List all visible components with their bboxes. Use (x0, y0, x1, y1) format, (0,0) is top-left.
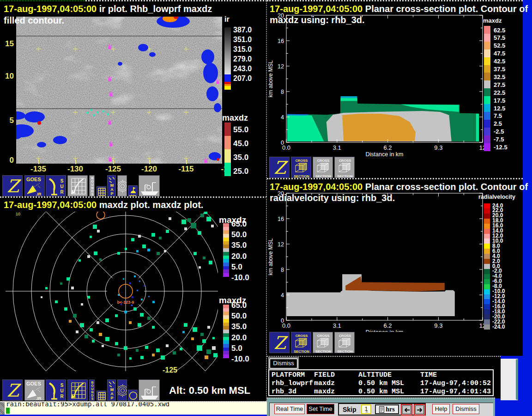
buoy-icon (128, 186, 138, 196)
radar-echo (169, 217, 171, 220)
toolbar-goes-ir-button[interactable]: GOES.IR (24, 175, 45, 196)
radar-echo (151, 233, 155, 237)
colorbar-label: 32.5 (494, 73, 505, 80)
radar-echo (161, 355, 165, 360)
toolbar-map-button[interactable]: MAP (107, 175, 116, 196)
toolbar-radar-grid-button[interactable] (67, 175, 88, 196)
svg-text:CROSS: CROSS (317, 334, 330, 338)
svg-text:9.3: 9.3 (434, 322, 442, 329)
colorbar-segment (223, 355, 229, 358)
radar-echo (197, 345, 202, 351)
svg-text:S: S (91, 193, 94, 196)
toolbar-zebra-button[interactable]: Z (2, 175, 23, 196)
svg-text:U: U (60, 184, 63, 189)
colorbar-segment (484, 120, 490, 128)
toolbar-grid-small-button[interactable] (97, 186, 106, 196)
toolbar-cross-section-button[interactable]: CROSSSECTION (313, 157, 333, 178)
real-time-button[interactable]: Real Time (274, 404, 305, 414)
toolbar-map-button[interactable]: MAP (107, 379, 116, 401)
svg-text:D: D (91, 394, 93, 397)
svg-text:S: S (91, 397, 94, 400)
grid-small-icon (97, 391, 106, 401)
toolbar-bounds-button[interactable]: BOUNDS (89, 175, 95, 196)
x-axis-label: -135 (24, 165, 52, 174)
svg-text:3.1: 3.1 (333, 322, 341, 329)
toolbar-buoy-button[interactable] (128, 185, 138, 196)
toolbar-zebra-button[interactable]: Z (269, 332, 290, 353)
grid-small-icon (97, 187, 106, 196)
svg-text:CROSS: CROSS (339, 334, 351, 338)
maxdz-colorbar-label: 55.0 (233, 125, 248, 135)
terminal-scrollbar[interactable] (0, 402, 5, 415)
zebra-icon: Z (3, 176, 23, 196)
colorbar-label: 7.5 (494, 112, 502, 119)
toolbar-cross-section-button[interactable]: CROSSSECTION (291, 332, 311, 353)
toolbar-radar-rings-button[interactable] (117, 175, 127, 196)
colorbar-segment (484, 73, 490, 80)
help-button[interactable]: Help (432, 404, 450, 414)
toolbar-bounds-button[interactable]: BOUNDS (89, 379, 95, 401)
radar-echo (200, 214, 204, 217)
toolbar-zebra-button[interactable]: Z (269, 157, 290, 178)
colorbar-label: -10.0 (231, 273, 249, 282)
toolbar-sur-radar-button[interactable]: SUR (46, 379, 66, 401)
table-row: rhb_lowprfmaxdz0.50 km MSL17-Aug-97,4:00… (272, 379, 493, 388)
radar-echo (123, 278, 124, 280)
radar-echo (152, 326, 155, 329)
colorbar-label: -12.5 (494, 144, 508, 151)
radar-echo (137, 290, 138, 291)
radar-echo (187, 218, 191, 222)
arrow-right-icon (417, 408, 423, 412)
x-axis-tick (186, 160, 187, 164)
radar-echo (131, 238, 134, 241)
colorbar-label: 27.5 (494, 81, 505, 88)
toolbar-cross-section-button[interactable]: CROSSSECTION (291, 157, 311, 178)
br-timestamp: 17-aug-1997,04:05:00 (270, 182, 363, 192)
tr-title: 17-aug-1997,04:05:00 Planar cross-sectio… (270, 4, 528, 14)
table-cell: 17-Aug-97,4:01:43 (420, 388, 493, 396)
toolbar-goes-ir-button[interactable]: GOES.IR (24, 379, 45, 401)
toolbar-ship-button[interactable] (139, 175, 160, 196)
colorbar-label: 20.0 (231, 252, 247, 261)
terminal-window[interactable]: rain:beaufait:95>xdump.all 970817.0405.x… (0, 401, 267, 415)
toolbar-cross-section-button[interactable]: CROSSSECTION (313, 332, 333, 353)
colorbar-label: -2.5 (494, 128, 504, 135)
colorbar-segment (484, 203, 490, 208)
radar-echo (115, 314, 118, 317)
radar-echo (136, 250, 139, 252)
radar-echo (142, 245, 146, 248)
toolbar-cross-section-button[interactable]: CROSSSECTION (334, 332, 355, 353)
toolbar-sur-radar-button[interactable]: SUR (46, 175, 66, 196)
colorbar-segment (484, 259, 490, 264)
radar-echo (124, 346, 127, 350)
tr-toolbar: ZCROSSSECTIONCROSSSECTIONCROSSSECTION (267, 157, 523, 178)
toolbar-ship-button[interactable] (139, 379, 160, 401)
toolbar-grid-small-button[interactable] (97, 391, 106, 401)
cross-section-icon: CROSSSECTION (335, 332, 355, 353)
toolbar-zebra-button[interactable]: Z (2, 379, 23, 401)
step-back-button[interactable] (401, 404, 412, 416)
radar-echo (117, 252, 120, 255)
set-time-button[interactable]: Set Time (307, 404, 334, 414)
radar-echo (60, 282, 62, 285)
svg-text:D: D (91, 190, 93, 193)
radar-echo (73, 314, 77, 318)
toolbar-radar-grid-button[interactable] (67, 379, 88, 401)
skip-value-input[interactable]: 1 ^ (361, 404, 371, 414)
colorbar-segment (484, 274, 490, 279)
table-row: rhb_3dmaxdz0.50 km MSL17-Aug-97,4:01:43 (272, 388, 493, 396)
x-axis-label: -125 (99, 165, 127, 174)
contour-region (341, 96, 357, 98)
radar-echo (71, 287, 74, 289)
radar-echo (99, 333, 102, 336)
step-forward-button[interactable] (414, 404, 425, 416)
toolbar-cross-section-button[interactable]: CROSSSECTION (334, 157, 355, 178)
status-dismiss-button[interactable]: Dismiss (269, 358, 298, 369)
dismiss-button[interactable]: Dismiss (453, 404, 479, 414)
maxdz-colorbar-segment (224, 163, 231, 176)
hrs-units-button[interactable]: hrs (375, 404, 399, 414)
toolbar-radar-rings-button[interactable] (117, 379, 127, 401)
ir-colorbar-segment (224, 74, 231, 82)
radar-echo (138, 323, 141, 327)
toolbar-circle-button[interactable] (128, 390, 138, 401)
